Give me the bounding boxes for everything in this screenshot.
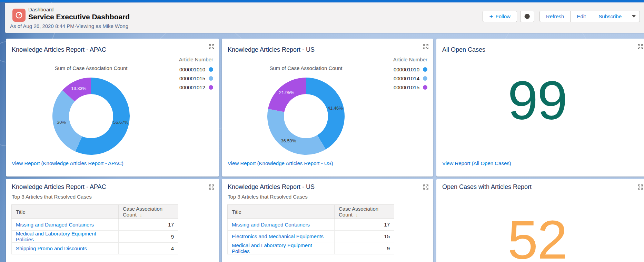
count-cell: 17 (335, 219, 394, 231)
action-button-group: Refresh Edit Subscribe (539, 11, 640, 22)
object-label: Dashboard (28, 7, 53, 12)
count-cell: 17 (119, 219, 178, 231)
article-link[interactable]: Electronics and Mechanical Equipments (232, 233, 324, 239)
count-cell: 4 (119, 243, 178, 254)
legend-item: 000001015 (179, 75, 213, 81)
column-header-title[interactable]: Title (12, 205, 119, 219)
widget-subtitle: Top 3 Articles that Resolved Cases (228, 194, 308, 200)
legend-dot (209, 85, 213, 90)
view-report-link[interactable]: View Report (Knowledge Articles Report -… (228, 160, 333, 166)
legend-item: 000001012 (179, 84, 213, 90)
widget-knowledge-articles-apac-chart: Knowledge Articles Report - APAC Sum of … (6, 39, 219, 177)
slice-label: 36.59% (281, 138, 296, 143)
plus-icon: + (489, 13, 493, 20)
widget-title: Open Cases with Articles Report (442, 183, 532, 191)
donut-slice[interactable] (267, 109, 326, 155)
article-link[interactable]: Medical and Laboratory Equipment Policie… (16, 231, 96, 242)
count-cell: 9 (335, 242, 394, 254)
header-actions: + Follow Refresh Edit Subscribe (483, 11, 640, 22)
article-link[interactable]: Missing and Damaged Containers (232, 222, 310, 228)
report-table: Title Case Association Count↓ Missing an… (11, 204, 178, 254)
table-row: Missing and Damaged Containers17 (12, 219, 178, 231)
expand-icon[interactable] (638, 184, 643, 190)
gauge-icon (15, 11, 23, 19)
widget-knowledge-articles-apac-table: Knowledge Articles Report - APAC Top 3 A… (6, 179, 219, 262)
sort-desc-icon: ↓ (356, 212, 358, 218)
table-row: Medical and Laboratory Equipment Policie… (228, 242, 394, 254)
dashboard-screen: Dashboard Service Executive Dashboard As… (0, 0, 644, 262)
legend-dot (209, 67, 213, 72)
slice-label: 30% (57, 120, 66, 125)
count-cell: 15 (335, 231, 394, 242)
report-table: Title Case Association Count↓ Missing an… (227, 204, 394, 254)
top-accent-bar (0, 0, 644, 2)
follow-button[interactable]: + Follow (483, 11, 517, 22)
table-row: Missing and Damaged Containers17 (228, 219, 394, 231)
donut-chart[interactable]: 56.67%30%13.33% (48, 73, 134, 159)
legend-item: 000001014 (393, 75, 427, 81)
widget-title: Knowledge Articles Report - APAC (12, 183, 106, 191)
chatter-feed-icon (524, 13, 530, 19)
legend-title: Article Number (393, 57, 427, 62)
view-report-link[interactable]: View Report (Knowledge Articles Report -… (12, 160, 123, 166)
table-row: Electronics and Mechanical Equipments15 (228, 231, 394, 242)
view-report-link[interactable]: View Report (All Open Cases) (442, 160, 511, 166)
chart-legend: Article Number 0000010100000010150000010… (179, 57, 213, 93)
legend-item: 000001010 (393, 67, 427, 72)
donut-chart[interactable]: 41.46%36.59%21.95% (263, 73, 349, 159)
subscribe-button[interactable]: Subscribe (592, 11, 628, 22)
widget-knowledge-articles-us-chart: Knowledge Articles Report - US Sum of Ca… (222, 39, 433, 177)
chart-legend: Article Number 0000010100000010140000010… (393, 57, 427, 93)
table-row: Medical and Laboratory Equipment Policie… (12, 231, 178, 243)
slice-label: 56.67% (113, 120, 129, 125)
legend-dot (423, 67, 427, 72)
article-link[interactable]: Shipping Promo and Discounts (16, 245, 87, 251)
more-actions-button[interactable] (628, 11, 640, 22)
metric-value: 52 (436, 211, 638, 262)
legend-item: 000001015 (393, 84, 427, 90)
last-refreshed-text: As of Aug 26, 2020 8:44 PM·Viewing as Mi… (10, 23, 128, 29)
chevron-down-icon (632, 15, 636, 18)
slice-label: 21.95% (279, 90, 295, 95)
feed-button[interactable] (520, 11, 534, 22)
widget-title: All Open Cases (442, 46, 485, 53)
legend-dot (423, 85, 427, 90)
sort-desc-icon: ↓ (140, 212, 142, 218)
widget-title: Knowledge Articles Report - US (228, 46, 315, 53)
slice-label: 13.33% (71, 86, 87, 91)
widget-knowledge-articles-us-table: Knowledge Articles Report - US Top 3 Art… (222, 179, 433, 262)
column-header-count[interactable]: Case Association Count↓ (119, 205, 178, 219)
edit-button[interactable]: Edit (570, 11, 592, 22)
widget-all-open-cases: All Open Cases 99 View Report (All Open … (436, 39, 644, 177)
column-header-title[interactable]: Title (228, 205, 335, 219)
legend-dot (209, 76, 213, 81)
page-title: Service Executive Dashboard (28, 13, 130, 21)
chart-title: Sum of Case Association Count (263, 65, 349, 71)
legend-title: Article Number (179, 57, 213, 62)
legend-item: 000001010 (179, 67, 213, 72)
expand-icon[interactable] (423, 44, 428, 49)
slice-label: 41.46% (328, 105, 343, 111)
widget-subtitle: Top 3 Articles that Resolved Cases (12, 194, 92, 200)
refresh-button[interactable]: Refresh (539, 11, 571, 22)
count-cell: 9 (119, 231, 178, 243)
column-header-count[interactable]: Case Association Count↓ (335, 205, 394, 219)
article-link[interactable]: Medical and Laboratory Equipment Policie… (232, 242, 312, 254)
widget-title: Knowledge Articles Report - APAC (12, 46, 106, 53)
table-row: Shipping Promo and Discounts4 (12, 243, 178, 254)
expand-icon[interactable] (209, 44, 214, 49)
dashboard-icon (12, 9, 26, 22)
chart-title: Sum of Case Association Count (48, 65, 134, 71)
widget-open-cases-with-articles: Open Cases with Articles Report 52 (436, 179, 644, 262)
expand-icon[interactable] (638, 44, 643, 49)
legend-dot (423, 76, 427, 81)
dashboard-header: Dashboard Service Executive Dashboard As… (5, 3, 644, 33)
expand-icon[interactable] (423, 184, 428, 190)
expand-icon[interactable] (209, 184, 214, 190)
article-link[interactable]: Missing and Damaged Containers (16, 222, 94, 228)
widget-title: Knowledge Articles Report - US (228, 183, 315, 191)
metric-value: 99 (436, 72, 638, 129)
